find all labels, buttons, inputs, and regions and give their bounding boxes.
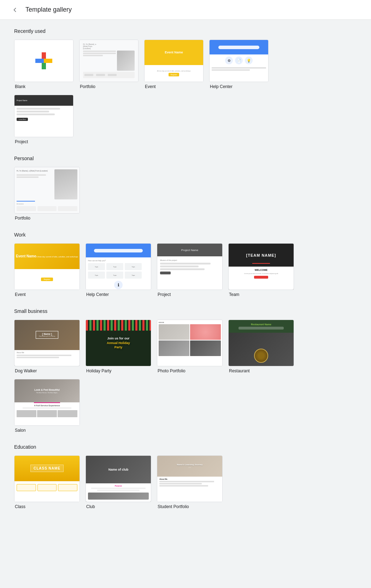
work-label: Work (14, 232, 304, 238)
projw-line-3 (160, 268, 205, 270)
class-body (14, 481, 80, 502)
template-student-portfolio[interactable]: Name's Learning Journey • • • About Me S… (157, 455, 223, 509)
projw-sub: Mission of this project (160, 259, 219, 261)
class-card-1 (17, 484, 36, 491)
template-event-recent[interactable]: Event Name A three-day summit of talks, … (144, 40, 204, 89)
template-club[interactable]: Name of club Purpose Club (86, 455, 151, 509)
class-cards (17, 484, 77, 491)
template-helpcenter-work[interactable]: How can we help you? Topic Topic Topic T… (86, 243, 151, 297)
hcw-cell-4: Topic (88, 272, 105, 279)
hp-text: Join us for our Annual Holiday Party (107, 336, 130, 350)
template-portfolio-personal-thumb: Hi, I'm [Name], a [Role] From [Location]… (14, 167, 80, 214)
event-thumb-content: Event Name A three-day summit of talks, … (145, 40, 203, 82)
salon-sub: The Best Serene. The Best Styles. (36, 392, 58, 394)
template-helpcenter-work-thumb: How can we help you? Topic Topic Topic T… (86, 243, 151, 290)
template-photo-portfolio[interactable]: ◼ ◼ ◼ ◼ Photo Portfolio (157, 320, 223, 373)
template-portfolio-recent[interactable]: Hi, I'm [Name], a[Role] From[Location] (79, 40, 139, 89)
salon-img-3 (58, 410, 77, 417)
hcw-cell-5: Topic (106, 272, 123, 279)
template-club-label: Club (86, 504, 151, 509)
template-club-thumb: Name of club Purpose (86, 455, 151, 502)
helpcenter-thumb-content: ⚙ 📄 💡 (210, 40, 268, 82)
teamw-header: [TEAM NAME] (229, 244, 294, 267)
template-holiday-party[interactable]: Join us for our Annual Holiday Party Hol… (86, 320, 151, 373)
template-event-work[interactable]: Event Name A three-day summit of talks, … (14, 243, 80, 297)
template-project-recent-label: Project (14, 139, 73, 144)
template-helpcenter-recent-thumb: ⚙ 📄 💡 (209, 40, 269, 82)
template-dog-walker[interactable]: [ Name ] Dog Walking & Pet Sitting About… (14, 320, 80, 373)
salon-img-1 (17, 410, 36, 417)
ewt-name: Event Name (16, 254, 36, 258)
personal-portfolio-greeting: Hi, I'm [Name], a [Role] From [Location] (17, 169, 53, 172)
small-business-label: Small business (14, 308, 304, 314)
sp-top: Name's Learning Journey • • • (157, 456, 222, 477)
teamw-welcome: WELCOME (255, 269, 268, 271)
club-purpose-label: Purpose (88, 485, 149, 487)
template-restaurant-thumb: Restaurant Name (228, 320, 294, 366)
portfolio-footer-item-3 (108, 74, 117, 76)
template-blank-label: Blank (14, 84, 73, 89)
personal-portfolio-accent (17, 201, 35, 202)
work-grid: Event Name A three-day summit of talks, … (14, 243, 304, 297)
personal-section: Personal Hi, I'm [Name], a [Role] From [… (14, 156, 304, 221)
class-card-2 (37, 484, 57, 491)
recently-used-grid: Blank Hi, I'm [Name], a[Role] From[Locat… (14, 40, 304, 144)
template-helpcenter-recent-label: Help Center (209, 84, 269, 89)
ewt-top: Event Name A three-day summit of talks, … (14, 244, 80, 269)
portfolio-thumb-text: Hi, I'm [Name], a[Role] From[Location] (82, 42, 136, 51)
sp-line-3 (159, 485, 208, 487)
hcw-search (94, 249, 143, 252)
template-holiday-party-thumb: Join us for our Annual Holiday Party (86, 320, 151, 366)
event-top: Event Name (145, 40, 203, 65)
back-button[interactable] (8, 4, 21, 16)
pp-cell-2 (190, 324, 221, 340)
template-salon[interactable]: Look & Feel Beautiful The Best Serene. T… (14, 379, 80, 433)
work-section: Work Event Name A three-day summit of ta… (14, 232, 304, 297)
template-event-recent-thumb: Event Name A three-day summit of talks, … (144, 40, 204, 82)
portfolio-lines (83, 51, 116, 71)
template-class-thumb: CLASS NAME (14, 455, 80, 502)
class-top: CLASS NAME (14, 456, 80, 481)
template-restaurant[interactable]: Restaurant Name Restaurant (228, 320, 294, 373)
salon-bottom-imgs (17, 410, 77, 417)
rest-header-content: Restaurant Name (229, 323, 294, 330)
template-blank-thumb (14, 40, 73, 82)
pp-footer-3 (58, 206, 77, 211)
proj-line-1 (17, 108, 60, 110)
teamw-name: [TEAM NAME] (246, 253, 276, 257)
template-project-work[interactable]: Project Name Mission of this project Pro… (157, 243, 223, 297)
personal-grid: Hi, I'm [Name], a [Role] From [Location]… (14, 167, 304, 221)
pp-nav: ◼ ◼ ◼ ◼ (159, 321, 221, 323)
salon-row: Look & Feel Beautiful The Best Serene. T… (14, 379, 304, 433)
hc-lines (212, 67, 266, 71)
pp-content: ◼ ◼ ◼ ◼ (157, 320, 222, 366)
teamw-btn (254, 276, 268, 279)
hcw-top (86, 244, 151, 257)
portfolio-thumb-content: Hi, I'm [Name], a[Role] From[Location] (80, 40, 138, 82)
projw-name: Project Name (181, 249, 198, 252)
portfolio-footer-item-1 (84, 74, 93, 76)
template-team-work[interactable]: [TEAM NAME] WELCOME Lorem ipsum dolor si… (228, 243, 294, 297)
class-name: CLASS NAME (34, 466, 60, 470)
hp-lights (86, 320, 151, 331)
template-helpcenter-recent[interactable]: ⚙ 📄 💡 Help Center (209, 40, 269, 89)
salon-body: A Full Service Experience (14, 403, 80, 426)
salon-headline: Look & Feel Beautiful (34, 389, 60, 391)
template-salon-thumb: Look & Feel Beautiful The Best Serene. T… (14, 379, 80, 426)
hcw-icon-area: ℹ (88, 281, 149, 289)
template-project-recent[interactable]: Project Name Learn More Project (14, 95, 73, 144)
template-blank[interactable]: Blank (14, 40, 73, 89)
hcw-cell-2: Topic (106, 263, 123, 270)
food-circle (254, 349, 268, 363)
template-portfolio-personal[interactable]: Hi, I'm [Name], a [Role] From [Location]… (14, 167, 80, 221)
portfolio-line-2 (83, 53, 116, 54)
proj-line-2 (17, 111, 49, 112)
sp-about-label: About Me (159, 478, 220, 480)
template-holiday-party-label: Holiday Party (86, 368, 151, 373)
pp-cell-3 (159, 340, 189, 356)
main-content: Recently used Blank Hi (0, 20, 318, 535)
hcw-content: How can we help you? Topic Topic Topic T… (86, 244, 151, 290)
template-class[interactable]: CLASS NAME Class (14, 455, 80, 509)
dw-content: [ Name ] Dog Walking & Pet Sitting About… (14, 320, 80, 366)
ewt-sub: A three-day summit of talks, activities,… (36, 256, 78, 258)
